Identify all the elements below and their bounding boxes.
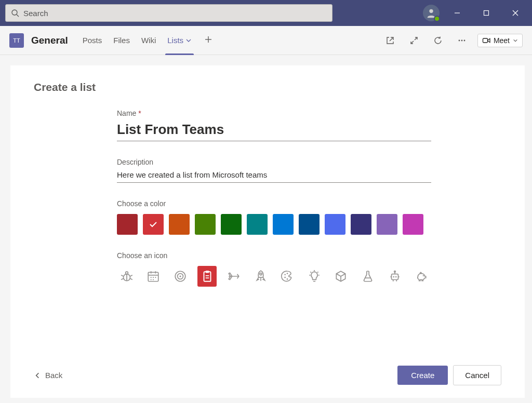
icon-row [117, 266, 431, 287]
chevron-left-icon [34, 372, 41, 379]
svg-point-44 [287, 278, 288, 280]
avatar[interactable] [423, 5, 440, 21]
color-swatch[interactable] [403, 214, 423, 235]
search-input[interactable] [23, 9, 327, 18]
svg-rect-36 [204, 272, 210, 281]
svg-marker-16 [488, 38, 490, 42]
color-swatch[interactable] [325, 214, 345, 235]
video-icon [482, 36, 490, 45]
svg-line-49 [310, 272, 311, 273]
expand-button[interactable] [406, 32, 422, 49]
lightbulb-icon-button[interactable] [304, 266, 324, 287]
add-tab-button[interactable] [201, 34, 216, 46]
svg-point-19 [125, 272, 128, 274]
color-swatch-row [117, 214, 431, 235]
refresh-icon [433, 36, 443, 45]
target-icon-button[interactable] [170, 266, 190, 287]
description-input[interactable] [117, 169, 431, 183]
create-button[interactable]: Create [397, 366, 448, 385]
svg-line-21 [130, 275, 132, 276]
more-options-button[interactable] [454, 32, 470, 49]
meet-button[interactable]: Meet [477, 34, 523, 47]
bug-icon-button[interactable] [117, 266, 137, 287]
svg-rect-37 [205, 271, 209, 273]
svg-point-32 [153, 279, 154, 280]
palette-icon-button[interactable] [277, 266, 297, 287]
more-icon [457, 36, 467, 45]
color-swatch[interactable] [195, 214, 216, 235]
close-button[interactable] [504, 2, 527, 24]
svg-line-9 [390, 37, 393, 41]
color-swatch[interactable] [273, 214, 294, 235]
rocket-icon-button[interactable] [251, 266, 271, 287]
svg-point-35 [179, 275, 181, 277]
svg-rect-52 [391, 274, 398, 280]
robot-icon [388, 270, 402, 283]
color-swatch[interactable] [299, 214, 320, 235]
tab-wiki[interactable]: Wiki [139, 26, 158, 55]
svg-point-42 [285, 274, 286, 275]
color-swatch[interactable] [117, 214, 138, 235]
back-button[interactable]: Back [34, 371, 62, 380]
svg-point-43 [285, 277, 286, 278]
name-field: Name * [117, 109, 431, 141]
plus-icon [204, 35, 212, 44]
color-swatch[interactable] [377, 214, 397, 235]
name-input[interactable] [117, 120, 431, 141]
airplane-icon-button[interactable] [224, 266, 244, 287]
color-swatch[interactable] [247, 214, 268, 235]
svg-rect-15 [483, 38, 487, 43]
svg-line-22 [121, 278, 123, 279]
svg-line-50 [317, 272, 318, 273]
svg-point-40 [260, 273, 262, 275]
external-link-icon [385, 36, 395, 45]
flask-icon [361, 270, 375, 283]
open-external-button[interactable] [382, 32, 398, 49]
description-label: Description [117, 158, 431, 166]
cube-icon [334, 270, 348, 283]
color-swatch[interactable] [169, 214, 190, 235]
color-section-label: Choose a color [117, 199, 431, 208]
svg-point-14 [463, 39, 465, 41]
svg-point-12 [458, 39, 460, 41]
svg-point-53 [393, 276, 394, 278]
calendar-icon-button[interactable] [144, 266, 164, 287]
color-swatch[interactable] [351, 214, 371, 235]
tab-posts[interactable]: Posts [81, 26, 104, 55]
title-bar [0, 0, 532, 26]
tab-label: Lists [167, 36, 183, 45]
search-box[interactable] [5, 4, 332, 22]
refresh-button[interactable] [430, 32, 446, 49]
rocket-icon [254, 270, 268, 283]
icon-section-label: Choose an icon [117, 251, 431, 260]
svg-line-1 [17, 15, 19, 17]
color-swatch[interactable] [221, 214, 242, 235]
flask-icon-button[interactable] [358, 266, 378, 287]
clipboard-icon-button[interactable] [197, 266, 217, 287]
back-label: Back [45, 371, 62, 380]
tab-lists[interactable]: Lists [165, 26, 194, 55]
tab-files[interactable]: Files [111, 26, 132, 55]
minimize-button[interactable] [446, 2, 469, 24]
color-swatch[interactable] [143, 214, 164, 235]
target-icon [174, 270, 187, 283]
svg-point-29 [153, 277, 154, 278]
lightbulb-icon [308, 270, 321, 283]
panel-title: Create a list [34, 81, 501, 93]
svg-point-31 [151, 279, 152, 280]
presence-indicator [434, 16, 440, 22]
cancel-button[interactable]: Cancel [453, 365, 501, 385]
piggybank-icon [415, 270, 428, 283]
palette-icon [281, 270, 294, 283]
team-badge[interactable]: TT [9, 33, 24, 48]
search-icon [11, 9, 19, 17]
maximize-button[interactable] [475, 2, 498, 24]
chevron-down-icon [185, 37, 192, 44]
piggybank-icon-button[interactable] [411, 266, 431, 287]
cube-icon-button[interactable] [331, 266, 351, 287]
channel-header: TT General Posts Files Wiki Lists Meet [0, 26, 532, 55]
robot-icon-button[interactable] [385, 266, 405, 287]
svg-line-10 [415, 37, 417, 40]
clipboard-icon [201, 270, 214, 283]
required-indicator: * [138, 109, 141, 117]
